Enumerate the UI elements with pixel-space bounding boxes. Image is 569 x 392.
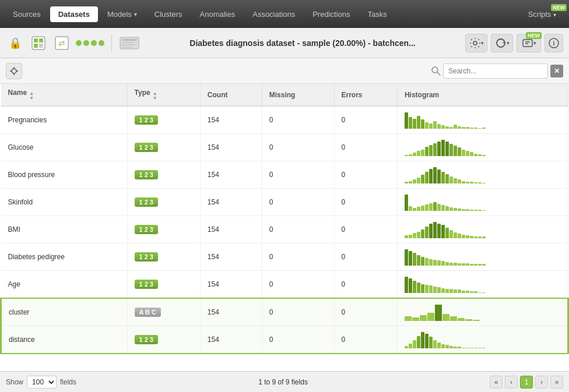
show-select[interactable]: 100 50 25 [27,376,57,389]
cell-count: 154 [200,189,262,216]
col-header-name[interactable]: Name▲▼ [1,84,128,106]
cell-type: 1 2 3 [127,189,200,216]
histogram-bar [478,348,482,348]
cell-histogram [397,243,568,271]
svg-rect-1 [34,38,38,43]
histogram-bar [433,143,437,156]
histogram-bar [478,128,482,129]
histogram-bar [470,128,473,129]
nav-item-clusters[interactable]: Clusters [146,6,191,22]
nav-item-sources[interactable]: Sources [5,6,49,22]
histogram-bar [478,264,482,266]
lock-icon[interactable]: 🔒 [6,34,24,52]
histogram-bar [462,209,465,211]
histogram-bar [458,263,461,266]
histogram-bar [449,230,453,238]
histogram-bar [421,229,424,238]
export-btn[interactable]: NEW ▾ [517,34,541,52]
histogram-bar [449,127,453,129]
nav-scripts[interactable]: Scripts ▾ NEW [520,6,564,22]
toolbar-actions: ▾ ▾ NEW ▾ i [465,34,563,52]
transform-icon[interactable]: ⇄ [52,34,71,52]
cell-errors: 0 [334,243,397,271]
svg-rect-4 [39,44,43,48]
histogram-bar [449,207,453,211]
footer-right: «‹1›» [490,376,563,389]
histogram-bar [429,203,433,211]
nav-item-predictions[interactable]: Predictions [304,6,358,22]
histogram-bar [445,174,449,183]
cell-type: 1 2 3 [127,161,200,189]
histogram-bar [458,289,461,293]
toolbar: 🔒 ⇄ Diabetes diagnosis dataset - sample … [0,28,569,58]
histogram-bar [441,288,445,293]
histogram-bar [482,292,486,293]
cell-histogram [397,134,568,161]
histogram-bar [437,124,441,129]
table-row: Pregnancies1 2 315400 [1,106,568,134]
page-btn-next[interactable]: › [535,376,548,389]
cell-type: A B C [127,298,200,326]
settings-btn[interactable]: ▾ [465,34,487,52]
histogram-bar [409,235,412,238]
page-btn-first[interactable]: « [490,376,503,389]
histogram-bar [458,126,461,129]
type-badge: 1 2 3 [135,280,158,289]
scripts-label: Scripts [528,10,552,19]
histogram-bar [417,336,420,348]
nav-item-anomalies[interactable]: Anomalies [192,6,244,22]
histogram-bar [433,121,437,129]
histogram-bar [421,150,424,156]
page-btn-1[interactable]: 1 [520,376,533,389]
histogram [405,276,561,293]
cell-type: 1 2 3 [127,271,200,299]
histogram-bar [421,119,424,129]
col-header-type[interactable]: Type▲▼ [127,84,200,106]
table-row: Skinfold1 2 315400 [1,189,568,216]
cell-count: 154 [200,134,262,161]
search-clear-btn[interactable]: ✕ [550,65,563,77]
dataset-icon[interactable] [29,34,48,52]
histogram-bar [421,332,424,348]
page-btn-last[interactable]: » [550,376,563,389]
histogram-bar [417,151,420,156]
filter-icon-btn[interactable] [6,63,22,79]
cell-missing: 0 [262,106,334,134]
histogram-bar [445,228,449,238]
histogram-bar [409,181,412,183]
histogram-bar [409,154,412,156]
histogram-bar [409,117,412,129]
cell-count: 154 [200,243,262,271]
histogram-bar [473,320,480,321]
histogram-bar [482,236,486,238]
histogram-bar [433,222,437,238]
histogram-bar [462,127,465,129]
histogram-bar [417,207,420,211]
nav-item-models[interactable]: Models ▾ [99,6,145,22]
info-btn[interactable]: i [545,34,563,52]
scripts-new-badge: NEW [551,4,567,11]
sort-name[interactable]: ▲▼ [29,91,34,101]
cell-histogram [397,106,568,134]
nav-item-tasks[interactable]: Tasks [360,6,395,22]
sort-type[interactable]: ▲▼ [153,91,157,101]
histogram [405,248,561,266]
histogram-bar [421,284,424,293]
histogram-bar [462,291,465,293]
refresh-btn[interactable]: ▾ [491,34,513,52]
cell-histogram [397,161,568,189]
histogram-bar [478,182,482,183]
histogram-bar [405,316,412,321]
cell-name: Glucose [1,134,128,161]
histogram-bar [482,348,486,348]
histogram-bar [466,263,469,266]
nav-item-associations[interactable]: Associations [244,6,303,22]
col-header-errors: Errors [334,84,397,106]
nav-item-datasets[interactable]: Datasets [50,6,98,22]
histogram-bar [470,182,473,183]
page-btn-prev[interactable]: ‹ [505,376,518,389]
cell-count: 154 [200,106,262,134]
search-input[interactable] [443,63,548,79]
cell-count: 154 [200,216,262,243]
histogram-bar [417,178,420,183]
